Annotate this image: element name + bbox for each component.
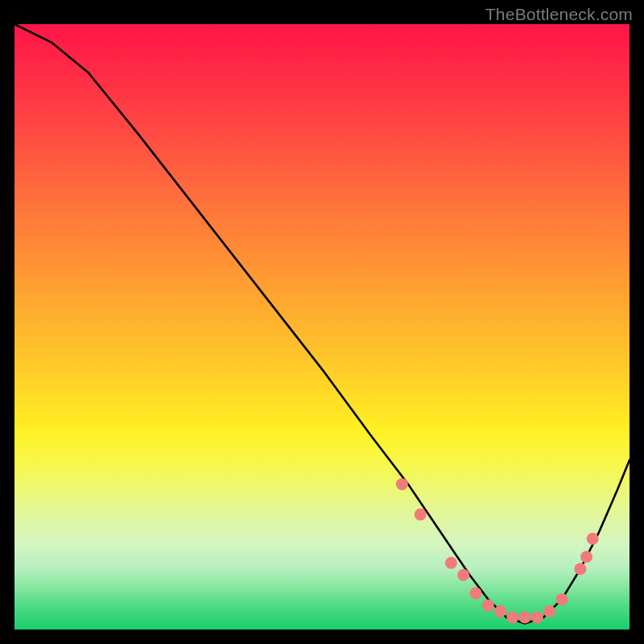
marker-point (445, 557, 457, 569)
plot-area (14, 24, 630, 630)
marker-point (574, 563, 586, 575)
watermark-text: TheBottleneck.com (485, 5, 633, 24)
marker-point (470, 587, 482, 599)
marker-point (457, 569, 469, 581)
marker-point (587, 533, 599, 545)
marker-point (519, 612, 531, 624)
marker-point (396, 478, 408, 490)
bottleneck-curve (14, 24, 630, 624)
marker-point (506, 612, 518, 624)
marker-point (556, 593, 568, 605)
marker-point (494, 605, 506, 617)
marker-point (482, 599, 494, 611)
marker-point (415, 509, 427, 521)
chart-stage: TheBottleneck.com (0, 0, 644, 644)
marker-point (543, 605, 555, 617)
chart-svg (14, 24, 630, 630)
marker-point (531, 612, 543, 624)
marker-point (580, 551, 592, 563)
highlighted-points (396, 478, 599, 624)
